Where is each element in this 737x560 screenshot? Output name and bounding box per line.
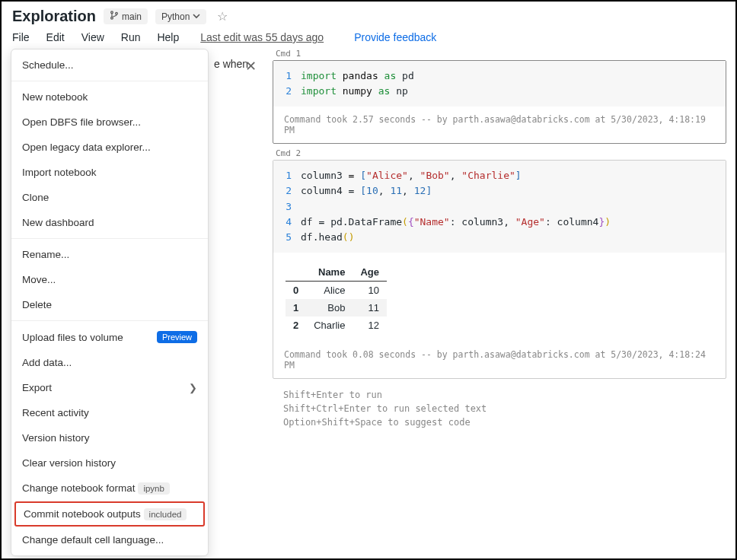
notebook-area: Cmd 1 1 2 import pandas as pd import num…	[273, 47, 726, 554]
menu-import-notebook[interactable]: Import notebook	[11, 160, 208, 185]
menu-clear-version[interactable]: Clear version history	[11, 450, 208, 476]
branch-name: main	[122, 11, 142, 22]
menu-schedule[interactable]: Schedule...	[11, 52, 208, 78]
menu-recent-activity[interactable]: Recent activity	[11, 400, 208, 425]
cmd-label-2: Cmd 2	[276, 148, 726, 158]
cmd-label-1: Cmd 1	[276, 49, 726, 59]
menu-open-dbfs[interactable]: Open DBFS file browser...	[11, 110, 208, 135]
code-block[interactable]: 1 2 3 4 5 column3 = ["Alice", "Bob", "Ch…	[273, 161, 726, 253]
menu-rename[interactable]: Rename...	[11, 242, 208, 267]
language-label: Python	[161, 11, 190, 22]
code-content[interactable]: column3 = ["Alice", "Bob", "Charlie"] co…	[301, 168, 726, 245]
menu-open-legacy[interactable]: Open legacy data explorer...	[11, 135, 208, 160]
last-edit-link[interactable]: Last edit was 55 days ago	[200, 31, 324, 43]
table-body: 0 Alice 10 1 Bob 11 2 Charlie 12	[286, 281, 387, 334]
svg-point-1	[111, 17, 113, 19]
table-row: 2 Charlie 12	[286, 317, 387, 334]
menu-separator	[11, 238, 208, 239]
cell-footer: Command took 2.57 seconds -- by parth.as…	[273, 107, 726, 143]
language-select[interactable]: Python	[155, 9, 206, 24]
menu-separator	[11, 320, 208, 321]
file-dropdown-menu: Schedule... New notebook Open DBFS file …	[11, 49, 209, 556]
menu-file[interactable]: File	[12, 31, 30, 43]
menu-change-lang[interactable]: Change default cell language...	[11, 527, 208, 552]
menu-add-data[interactable]: Add data...	[11, 350, 208, 375]
table-row: 0 Alice 10	[286, 281, 387, 299]
notebook-title: Exploration	[12, 8, 96, 25]
keyboard-hints: Shift+Enter to run Shift+Ctrl+Enter to r…	[283, 388, 726, 429]
git-branch-icon	[110, 11, 119, 22]
menu-new-notebook[interactable]: New notebook	[11, 84, 208, 110]
line-gutter: 1 2 3 4 5	[273, 168, 301, 245]
format-badge: ipynb	[138, 482, 170, 495]
menu-upload-files[interactable]: Upload files to volume Preview	[11, 324, 208, 350]
dataframe-output: Name Age 0 Alice 10 1 Bob 11 2 Charlie	[286, 263, 387, 334]
svg-point-0	[111, 11, 113, 14]
star-icon[interactable]: ☆	[217, 9, 228, 24]
line-gutter: 1 2	[273, 68, 301, 99]
chevron-down-icon	[193, 11, 200, 22]
menu-export[interactable]: Export ❯	[11, 375, 208, 400]
menu-version-history[interactable]: Version history	[11, 425, 208, 450]
menu-separator	[11, 81, 208, 81]
col-header-age: Age	[353, 263, 387, 282]
menu-view[interactable]: View	[81, 31, 104, 43]
code-cell-1[interactable]: 1 2 import pandas as pd import numpy as …	[273, 60, 726, 144]
header-bar: Exploration main Python ☆	[2, 2, 735, 28]
code-content[interactable]: import pandas as pd import numpy as np	[301, 68, 726, 99]
menu-clone[interactable]: Clone	[11, 185, 208, 210]
cell-footer: Command took 0.08 seconds -- by parth.as…	[273, 342, 726, 378]
menu-bar: File Edit View Run Help Last edit was 55…	[2, 28, 735, 49]
menu-run[interactable]: Run	[121, 31, 141, 43]
svg-point-2	[116, 12, 118, 14]
chevron-right-icon: ❯	[189, 382, 197, 393]
outputs-badge: included	[144, 508, 187, 520]
table-corner	[286, 263, 306, 282]
menu-help[interactable]: Help	[157, 31, 179, 43]
feedback-link[interactable]: Provide feedback	[354, 31, 436, 43]
branch-chip[interactable]: main	[104, 8, 148, 24]
menu-edit[interactable]: Edit	[46, 31, 65, 43]
menu-delete[interactable]: Delete	[11, 292, 208, 317]
menu-new-dashboard[interactable]: New dashboard	[11, 210, 208, 235]
preview-badge: Preview	[157, 331, 197, 343]
code-block[interactable]: 1 2 import pandas as pd import numpy as …	[273, 61, 726, 107]
menu-commit-outputs[interactable]: Commit notebook outputs included	[14, 501, 205, 527]
menu-change-format[interactable]: Change notebook format ipynb	[11, 476, 208, 501]
table-row: 1 Bob 11	[286, 299, 387, 317]
menu-move[interactable]: Move...	[11, 267, 208, 292]
code-cell-2[interactable]: 1 2 3 4 5 column3 = ["Alice", "Bob", "Ch…	[273, 160, 726, 379]
close-icon[interactable]: ✕	[245, 58, 257, 75]
col-header-name: Name	[306, 263, 353, 282]
